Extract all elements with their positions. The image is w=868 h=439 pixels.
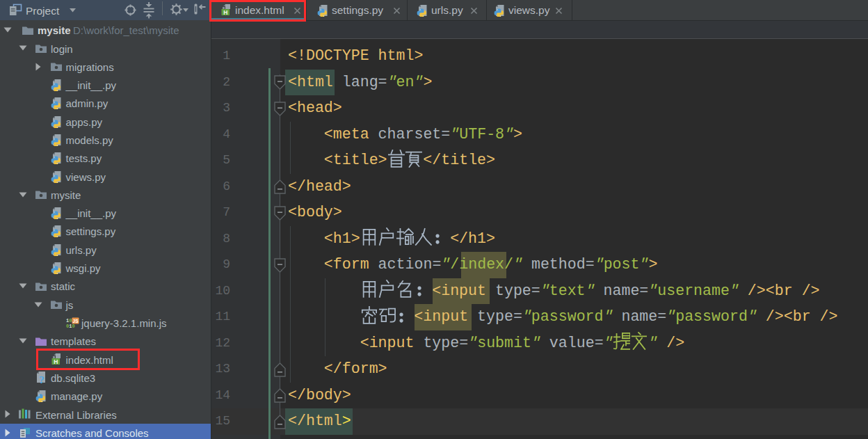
svg-text:?: ? bbox=[39, 374, 45, 384]
svg-text:010: 010 bbox=[66, 324, 75, 329]
svg-text:JS: JS bbox=[73, 319, 79, 324]
svg-text:10: 10 bbox=[66, 318, 72, 324]
